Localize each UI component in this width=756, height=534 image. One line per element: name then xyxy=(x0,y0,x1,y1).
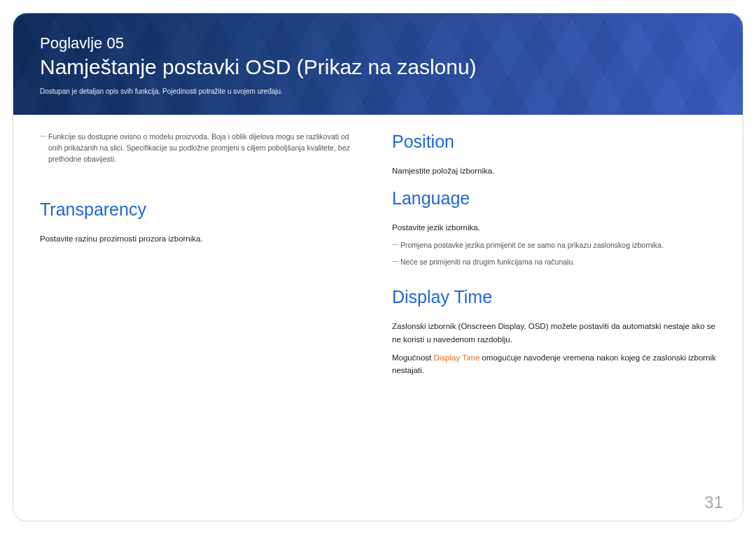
page-number: 31 xyxy=(704,493,723,512)
display-time-body-2: Mogućnost Display Time omogućuje navođen… xyxy=(392,351,716,377)
page-title: Namještanje postavki OSD (Prikaz na zasl… xyxy=(40,55,716,79)
display-time-body-2-prefix: Mogućnost xyxy=(392,353,433,362)
left-column: Funkcije su dostupne ovisno o modelu pro… xyxy=(40,132,364,383)
display-time-highlight: Display Time xyxy=(433,353,479,362)
heading-position: Position xyxy=(392,132,716,152)
heading-transparency: Transparency xyxy=(40,199,364,220)
page-frame: Poglavlje 05 Namještanje postavki OSD (P… xyxy=(13,13,743,521)
transparency-body: Postavite razinu prozirnosti prozora izb… xyxy=(40,232,364,245)
heading-display-time: Display Time xyxy=(392,287,716,307)
content-area: Funkcije su dostupne ovisno o modelu pro… xyxy=(13,115,743,383)
chapter-label: Poglavlje 05 xyxy=(40,34,716,52)
hero-subtitle: Dostupan je detaljan opis svih funkcija.… xyxy=(40,87,716,95)
disclaimer-note: Funkcije su dostupne ovisno o modelu pro… xyxy=(40,132,364,164)
language-note-1: Promjena postavke jezika primijenit će s… xyxy=(392,240,716,251)
language-body: Postavite jezik izbornika. xyxy=(392,221,716,234)
display-time-body-1: Zaslonski izbornik (Onscreen Display, OS… xyxy=(392,320,716,346)
language-note-2: Neće se primijeniti na drugim funkcijama… xyxy=(392,257,716,268)
heading-language: Language xyxy=(392,188,716,209)
hero-banner: Poglavlje 05 Namještanje postavki OSD (P… xyxy=(13,13,743,115)
right-column: Position Namjestite položaj izbornika. L… xyxy=(392,132,716,383)
position-body: Namjestite položaj izbornika. xyxy=(392,164,716,177)
